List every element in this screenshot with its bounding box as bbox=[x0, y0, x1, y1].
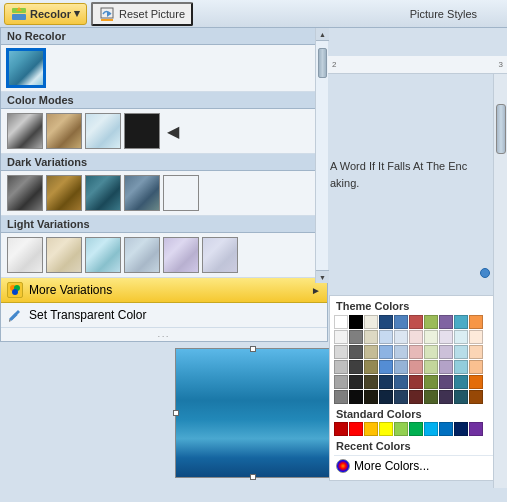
theme-color-cell[interactable] bbox=[379, 360, 393, 374]
ruler-handle[interactable] bbox=[480, 268, 490, 278]
more-colors-row[interactable]: More Colors... bbox=[334, 455, 502, 476]
washout-swatch[interactable] bbox=[85, 113, 121, 149]
scroll-thumb[interactable] bbox=[496, 104, 506, 154]
theme-color-cell[interactable] bbox=[364, 330, 378, 344]
theme-color-cell[interactable] bbox=[424, 390, 438, 404]
sepia-swatch[interactable] bbox=[46, 113, 82, 149]
theme-color-cell[interactable] bbox=[469, 390, 483, 404]
theme-color-cell[interactable] bbox=[379, 345, 393, 359]
theme-color-cell[interactable] bbox=[454, 330, 468, 344]
theme-color-cell[interactable] bbox=[379, 330, 393, 344]
theme-color-cell[interactable] bbox=[454, 390, 468, 404]
light-variation-4[interactable] bbox=[124, 237, 160, 273]
theme-color-cell[interactable] bbox=[409, 345, 423, 359]
theme-color-cell[interactable] bbox=[439, 375, 453, 389]
theme-color-cell[interactable] bbox=[334, 315, 348, 329]
set-transparent-color-row[interactable]: Set Transparent Color bbox=[1, 303, 327, 328]
resize-handle-bottom-middle[interactable] bbox=[250, 474, 256, 480]
black-white-swatch[interactable] bbox=[124, 113, 160, 149]
theme-color-cell[interactable] bbox=[334, 330, 348, 344]
theme-color-cell[interactable] bbox=[454, 375, 468, 389]
dark-variation-2[interactable] bbox=[46, 175, 82, 211]
theme-color-cell[interactable] bbox=[334, 360, 348, 374]
theme-color-cell[interactable] bbox=[409, 360, 423, 374]
theme-color-cell[interactable] bbox=[394, 345, 408, 359]
theme-color-cell[interactable] bbox=[424, 375, 438, 389]
dark-variation-5[interactable] bbox=[163, 175, 199, 211]
theme-color-cell[interactable] bbox=[409, 315, 423, 329]
grayscale-swatch[interactable] bbox=[7, 113, 43, 149]
standard-color-cell[interactable] bbox=[439, 422, 453, 436]
standard-color-cell[interactable] bbox=[394, 422, 408, 436]
more-variations-row[interactable]: More Variations ► bbox=[1, 278, 327, 303]
standard-color-cell[interactable] bbox=[379, 422, 393, 436]
reset-picture-button[interactable]: Reset Picture bbox=[91, 2, 193, 26]
panel-scrollbar[interactable]: ▲ ▼ bbox=[315, 28, 328, 283]
theme-color-cell[interactable] bbox=[409, 390, 423, 404]
theme-color-cell[interactable] bbox=[409, 330, 423, 344]
theme-color-cell[interactable] bbox=[334, 375, 348, 389]
theme-color-cell[interactable] bbox=[364, 390, 378, 404]
theme-color-cell[interactable] bbox=[334, 345, 348, 359]
panel-scroll-down-button[interactable]: ▼ bbox=[316, 270, 329, 283]
theme-color-cell[interactable] bbox=[439, 390, 453, 404]
dark-variation-4[interactable] bbox=[124, 175, 160, 211]
standard-color-cell[interactable] bbox=[349, 422, 363, 436]
standard-color-cell[interactable] bbox=[469, 422, 483, 436]
standard-color-cell[interactable] bbox=[334, 422, 348, 436]
theme-color-cell[interactable] bbox=[364, 375, 378, 389]
theme-color-cell[interactable] bbox=[394, 375, 408, 389]
resize-handle-top-middle[interactable] bbox=[250, 346, 256, 352]
theme-color-cell[interactable] bbox=[349, 375, 363, 389]
standard-color-cell[interactable] bbox=[409, 422, 423, 436]
theme-color-cell[interactable] bbox=[454, 345, 468, 359]
theme-color-cell[interactable] bbox=[334, 390, 348, 404]
theme-color-cell[interactable] bbox=[394, 330, 408, 344]
theme-color-cell[interactable] bbox=[364, 345, 378, 359]
panel-scroll-up-button[interactable]: ▲ bbox=[316, 28, 329, 41]
theme-color-cell[interactable] bbox=[364, 360, 378, 374]
resize-handle-middle-left[interactable] bbox=[173, 410, 179, 416]
theme-color-cell[interactable] bbox=[349, 390, 363, 404]
theme-color-cell[interactable] bbox=[409, 375, 423, 389]
light-variation-1[interactable] bbox=[7, 237, 43, 273]
theme-color-cell[interactable] bbox=[454, 315, 468, 329]
theme-color-cell[interactable] bbox=[424, 315, 438, 329]
theme-color-cell[interactable] bbox=[394, 360, 408, 374]
theme-color-cell[interactable] bbox=[424, 330, 438, 344]
light-variation-5[interactable] bbox=[163, 237, 199, 273]
dark-variation-3[interactable] bbox=[85, 175, 121, 211]
theme-color-cell[interactable] bbox=[424, 360, 438, 374]
theme-color-cell[interactable] bbox=[439, 315, 453, 329]
theme-color-cell[interactable] bbox=[394, 315, 408, 329]
standard-color-cell[interactable] bbox=[424, 422, 438, 436]
vertical-scrollbar[interactable] bbox=[493, 74, 507, 488]
theme-color-cell[interactable] bbox=[349, 330, 363, 344]
theme-color-cell[interactable] bbox=[394, 390, 408, 404]
theme-color-cell[interactable] bbox=[349, 360, 363, 374]
standard-color-cell[interactable] bbox=[454, 422, 468, 436]
theme-color-cell[interactable] bbox=[379, 315, 393, 329]
light-variation-2[interactable] bbox=[46, 237, 82, 273]
recolor-button[interactable]: Recolor ▾ bbox=[4, 3, 87, 25]
theme-color-cell[interactable] bbox=[454, 360, 468, 374]
light-variation-3[interactable] bbox=[85, 237, 121, 273]
light-variation-6[interactable] bbox=[202, 237, 238, 273]
document-image[interactable] bbox=[175, 348, 330, 478]
theme-color-cell[interactable] bbox=[349, 345, 363, 359]
theme-color-cell[interactable] bbox=[364, 315, 378, 329]
theme-color-cell[interactable] bbox=[439, 330, 453, 344]
panel-scroll-thumb[interactable] bbox=[318, 48, 327, 78]
theme-color-cell[interactable] bbox=[469, 360, 483, 374]
dark-variation-1[interactable] bbox=[7, 175, 43, 211]
theme-color-cell[interactable] bbox=[379, 390, 393, 404]
theme-color-cell[interactable] bbox=[469, 330, 483, 344]
theme-color-cell[interactable] bbox=[469, 375, 483, 389]
theme-color-cell[interactable] bbox=[469, 345, 483, 359]
theme-color-cell[interactable] bbox=[439, 360, 453, 374]
theme-color-cell[interactable] bbox=[379, 375, 393, 389]
theme-color-cell[interactable] bbox=[439, 345, 453, 359]
theme-color-cell[interactable] bbox=[424, 345, 438, 359]
theme-color-cell[interactable] bbox=[469, 315, 483, 329]
standard-color-cell[interactable] bbox=[364, 422, 378, 436]
